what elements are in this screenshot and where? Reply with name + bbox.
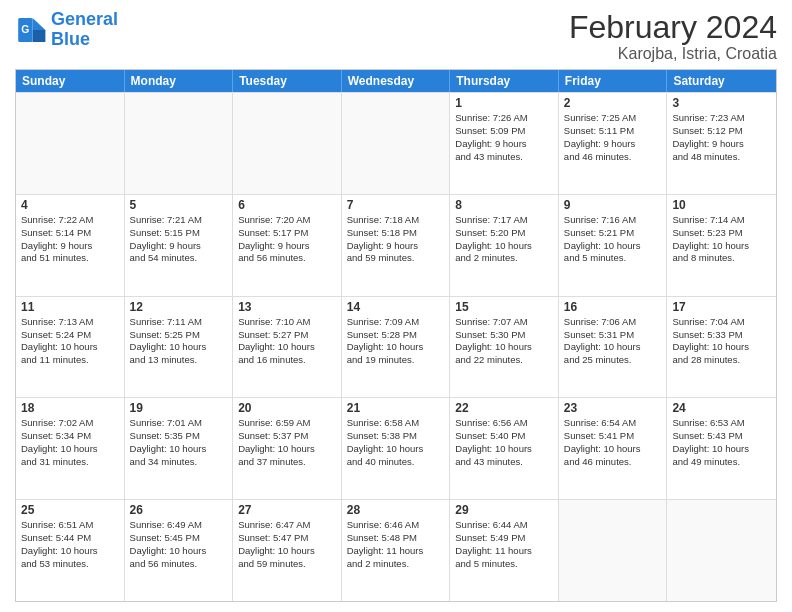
calendar-body: 1Sunrise: 7:26 AM Sunset: 5:09 PM Daylig… <box>16 92 776 601</box>
day-info: Sunrise: 7:14 AM Sunset: 5:23 PM Dayligh… <box>672 214 771 265</box>
day-info: Sunrise: 7:04 AM Sunset: 5:33 PM Dayligh… <box>672 316 771 367</box>
calendar-cell: 24Sunrise: 6:53 AM Sunset: 5:43 PM Dayli… <box>667 398 776 499</box>
calendar-header-saturday: Saturday <box>667 70 776 92</box>
logo-line2: Blue <box>51 29 90 49</box>
day-info: Sunrise: 6:47 AM Sunset: 5:47 PM Dayligh… <box>238 519 336 570</box>
day-info: Sunrise: 7:09 AM Sunset: 5:28 PM Dayligh… <box>347 316 445 367</box>
day-info: Sunrise: 6:58 AM Sunset: 5:38 PM Dayligh… <box>347 417 445 468</box>
calendar-cell <box>233 93 342 194</box>
day-info: Sunrise: 7:16 AM Sunset: 5:21 PM Dayligh… <box>564 214 662 265</box>
calendar-header-tuesday: Tuesday <box>233 70 342 92</box>
calendar-cell: 28Sunrise: 6:46 AM Sunset: 5:48 PM Dayli… <box>342 500 451 601</box>
calendar-cell: 19Sunrise: 7:01 AM Sunset: 5:35 PM Dayli… <box>125 398 234 499</box>
calendar-cell: 23Sunrise: 6:54 AM Sunset: 5:41 PM Dayli… <box>559 398 668 499</box>
logo-line1: General <box>51 9 118 29</box>
day-number: 21 <box>347 401 445 415</box>
day-info: Sunrise: 7:25 AM Sunset: 5:11 PM Dayligh… <box>564 112 662 163</box>
calendar-cell <box>125 93 234 194</box>
day-number: 12 <box>130 300 228 314</box>
calendar-cell: 15Sunrise: 7:07 AM Sunset: 5:30 PM Dayli… <box>450 297 559 398</box>
calendar-cell: 2Sunrise: 7:25 AM Sunset: 5:11 PM Daylig… <box>559 93 668 194</box>
calendar-week-3: 11Sunrise: 7:13 AM Sunset: 5:24 PM Dayli… <box>16 296 776 398</box>
calendar-header-thursday: Thursday <box>450 70 559 92</box>
calendar-cell: 3Sunrise: 7:23 AM Sunset: 5:12 PM Daylig… <box>667 93 776 194</box>
calendar-cell: 11Sunrise: 7:13 AM Sunset: 5:24 PM Dayli… <box>16 297 125 398</box>
day-number: 7 <box>347 198 445 212</box>
day-number: 3 <box>672 96 771 110</box>
calendar-cell: 14Sunrise: 7:09 AM Sunset: 5:28 PM Dayli… <box>342 297 451 398</box>
calendar: SundayMondayTuesdayWednesdayThursdayFrid… <box>15 69 777 602</box>
day-number: 25 <box>21 503 119 517</box>
calendar-cell <box>559 500 668 601</box>
logo-text: General Blue <box>51 10 118 50</box>
day-number: 1 <box>455 96 553 110</box>
title-block: February 2024 Karojba, Istria, Croatia <box>569 10 777 63</box>
calendar-cell: 17Sunrise: 7:04 AM Sunset: 5:33 PM Dayli… <box>667 297 776 398</box>
day-info: Sunrise: 6:44 AM Sunset: 5:49 PM Dayligh… <box>455 519 553 570</box>
day-number: 13 <box>238 300 336 314</box>
day-info: Sunrise: 6:53 AM Sunset: 5:43 PM Dayligh… <box>672 417 771 468</box>
day-number: 29 <box>455 503 553 517</box>
calendar-cell: 4Sunrise: 7:22 AM Sunset: 5:14 PM Daylig… <box>16 195 125 296</box>
calendar-week-4: 18Sunrise: 7:02 AM Sunset: 5:34 PM Dayli… <box>16 397 776 499</box>
day-number: 4 <box>21 198 119 212</box>
day-info: Sunrise: 7:23 AM Sunset: 5:12 PM Dayligh… <box>672 112 771 163</box>
title-sub: Karojba, Istria, Croatia <box>569 45 777 63</box>
day-info: Sunrise: 7:07 AM Sunset: 5:30 PM Dayligh… <box>455 316 553 367</box>
title-main: February 2024 <box>569 10 777 45</box>
day-info: Sunrise: 7:06 AM Sunset: 5:31 PM Dayligh… <box>564 316 662 367</box>
day-number: 23 <box>564 401 662 415</box>
day-number: 5 <box>130 198 228 212</box>
day-info: Sunrise: 6:46 AM Sunset: 5:48 PM Dayligh… <box>347 519 445 570</box>
day-number: 11 <box>21 300 119 314</box>
day-info: Sunrise: 6:49 AM Sunset: 5:45 PM Dayligh… <box>130 519 228 570</box>
logo: G General Blue <box>15 10 118 50</box>
calendar-cell: 18Sunrise: 7:02 AM Sunset: 5:34 PM Dayli… <box>16 398 125 499</box>
day-number: 2 <box>564 96 662 110</box>
calendar-cell: 8Sunrise: 7:17 AM Sunset: 5:20 PM Daylig… <box>450 195 559 296</box>
day-number: 10 <box>672 198 771 212</box>
day-info: Sunrise: 7:01 AM Sunset: 5:35 PM Dayligh… <box>130 417 228 468</box>
day-info: Sunrise: 7:11 AM Sunset: 5:25 PM Dayligh… <box>130 316 228 367</box>
calendar-week-5: 25Sunrise: 6:51 AM Sunset: 5:44 PM Dayli… <box>16 499 776 601</box>
day-number: 14 <box>347 300 445 314</box>
day-number: 15 <box>455 300 553 314</box>
logo-icon: G <box>15 14 47 46</box>
svg-text:G: G <box>21 24 29 35</box>
calendar-cell: 5Sunrise: 7:21 AM Sunset: 5:15 PM Daylig… <box>125 195 234 296</box>
calendar-cell: 16Sunrise: 7:06 AM Sunset: 5:31 PM Dayli… <box>559 297 668 398</box>
calendar-header-monday: Monday <box>125 70 234 92</box>
day-number: 18 <box>21 401 119 415</box>
day-info: Sunrise: 7:13 AM Sunset: 5:24 PM Dayligh… <box>21 316 119 367</box>
day-number: 8 <box>455 198 553 212</box>
day-number: 9 <box>564 198 662 212</box>
day-info: Sunrise: 7:26 AM Sunset: 5:09 PM Dayligh… <box>455 112 553 163</box>
day-number: 27 <box>238 503 336 517</box>
calendar-cell <box>667 500 776 601</box>
calendar-cell: 21Sunrise: 6:58 AM Sunset: 5:38 PM Dayli… <box>342 398 451 499</box>
day-info: Sunrise: 7:21 AM Sunset: 5:15 PM Dayligh… <box>130 214 228 265</box>
calendar-week-2: 4Sunrise: 7:22 AM Sunset: 5:14 PM Daylig… <box>16 194 776 296</box>
day-number: 19 <box>130 401 228 415</box>
calendar-header-wednesday: Wednesday <box>342 70 451 92</box>
day-info: Sunrise: 7:17 AM Sunset: 5:20 PM Dayligh… <box>455 214 553 265</box>
calendar-header-sunday: Sunday <box>16 70 125 92</box>
day-info: Sunrise: 6:54 AM Sunset: 5:41 PM Dayligh… <box>564 417 662 468</box>
day-number: 6 <box>238 198 336 212</box>
day-number: 20 <box>238 401 336 415</box>
day-number: 28 <box>347 503 445 517</box>
day-number: 22 <box>455 401 553 415</box>
calendar-header-friday: Friday <box>559 70 668 92</box>
day-number: 16 <box>564 300 662 314</box>
calendar-cell: 10Sunrise: 7:14 AM Sunset: 5:23 PM Dayli… <box>667 195 776 296</box>
day-number: 24 <box>672 401 771 415</box>
day-info: Sunrise: 6:56 AM Sunset: 5:40 PM Dayligh… <box>455 417 553 468</box>
calendar-cell: 12Sunrise: 7:11 AM Sunset: 5:25 PM Dayli… <box>125 297 234 398</box>
calendar-cell <box>342 93 451 194</box>
header: G General Blue February 2024 Karojba, Is… <box>15 10 777 63</box>
calendar-cell: 6Sunrise: 7:20 AM Sunset: 5:17 PM Daylig… <box>233 195 342 296</box>
calendar-cell: 25Sunrise: 6:51 AM Sunset: 5:44 PM Dayli… <box>16 500 125 601</box>
calendar-cell: 29Sunrise: 6:44 AM Sunset: 5:49 PM Dayli… <box>450 500 559 601</box>
day-info: Sunrise: 6:59 AM Sunset: 5:37 PM Dayligh… <box>238 417 336 468</box>
calendar-cell: 22Sunrise: 6:56 AM Sunset: 5:40 PM Dayli… <box>450 398 559 499</box>
